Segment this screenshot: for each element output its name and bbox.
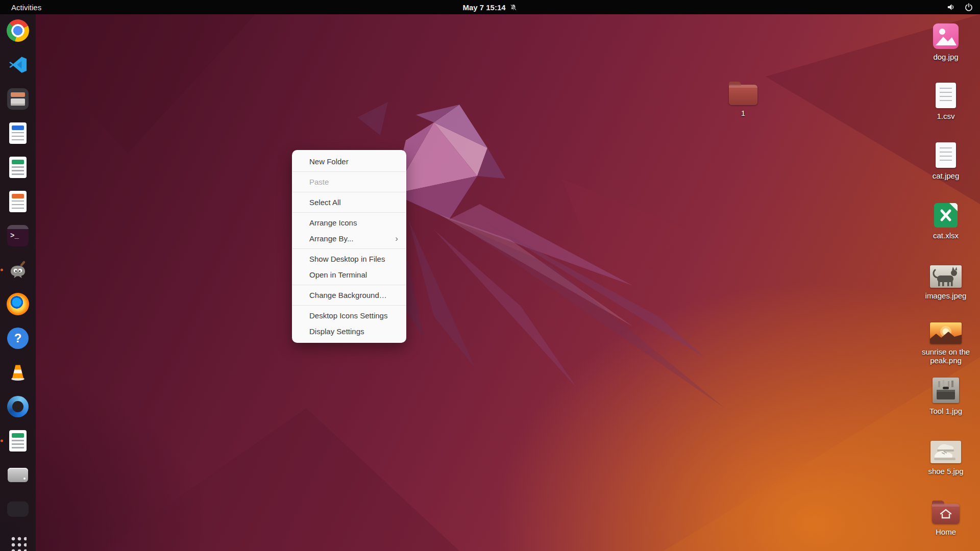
dock-item-writer[interactable]: [5, 120, 31, 146]
desktop-icon-label: dog.jpg: [933, 53, 958, 61]
dock-item-calc-running[interactable]: [5, 428, 31, 454]
app-grid-icon: [9, 535, 27, 551]
menu-item-label: Desktop Icons Settings: [309, 311, 387, 320]
menu-item-label: Paste: [309, 178, 329, 186]
firefox-icon: [7, 293, 29, 315]
hidden-app-icon: [7, 502, 29, 517]
desktop-icon-label: shoe 5.jpg: [928, 467, 963, 475]
updater-swirl-icon: [7, 396, 29, 417]
help-icon: ?: [7, 328, 29, 349]
cat-photo-thumbnail: [930, 265, 962, 288]
dock: >_ ?: [0, 14, 36, 551]
libreoffice-writer-icon: [9, 122, 27, 144]
running-indicator: [1, 440, 3, 442]
menu-item-arrange-by[interactable]: Arrange By...: [292, 231, 406, 246]
desktop-icon-images-jpeg[interactable]: images.jpeg: [914, 259, 978, 300]
files-icon: [7, 88, 29, 110]
spreadsheet-icon: [934, 203, 958, 228]
dock-item-drive[interactable]: [5, 462, 31, 488]
desktop-icon-dog-jpg[interactable]: dog.jpg: [914, 20, 978, 61]
menu-item-select-all[interactable]: Select All: [292, 194, 406, 210]
menu-separator: [292, 248, 406, 249]
dock-item-help[interactable]: ?: [5, 325, 31, 351]
image-file-icon: [933, 23, 959, 49]
menu-item-change-background[interactable]: Change Background…: [292, 287, 406, 303]
desktop-icon-label: cat.jpeg: [933, 171, 960, 180]
desktop-context-menu: New Folder Paste Select All Arrange Icon…: [292, 150, 406, 343]
menu-item-display-settings[interactable]: Display Settings: [292, 323, 406, 339]
running-indicator: [1, 269, 3, 271]
desktop-icon-home[interactable]: Home: [914, 495, 978, 536]
terminal-icon: >_: [7, 225, 29, 246]
dock-item-vlc[interactable]: [5, 360, 31, 385]
menu-item-open-in-terminal[interactable]: Open in Terminal: [292, 267, 406, 283]
volume-icon[interactable]: [947, 3, 955, 11]
desktop-icon-tool-1-jpg[interactable]: Tool 1.jpg: [914, 374, 978, 415]
menu-item-label: New Folder: [309, 157, 349, 166]
desktop-icon-label: images.jpeg: [925, 291, 967, 300]
vlc-icon: [8, 362, 28, 383]
desktop-icon-label: Tool 1.jpg: [929, 407, 962, 415]
dock-item-terminal[interactable]: >_: [5, 223, 31, 248]
sunrise-photo-thumbnail: [930, 322, 962, 344]
vscode-icon: [8, 55, 28, 75]
desktop-icon-label: Home: [936, 528, 956, 536]
document-icon: [936, 83, 956, 108]
libreoffice-calc-icon: [9, 430, 27, 452]
menu-item-label: Select All: [309, 198, 341, 207]
menu-item-paste[interactable]: Paste: [292, 174, 406, 190]
dock-item-software-updater[interactable]: [5, 394, 31, 419]
desktop-icon-label: sunrise on the peak.png: [916, 347, 976, 365]
menu-item-arrange-icons[interactable]: Arrange Icons: [292, 215, 406, 231]
libreoffice-calc-icon: [9, 157, 27, 178]
desktop-icon-1-csv[interactable]: 1.csv: [914, 80, 978, 120]
system-status-area[interactable]: [947, 3, 973, 11]
power-icon[interactable]: [965, 3, 973, 11]
desktop-folder-1[interactable]: 1: [711, 77, 775, 117]
drive-icon: [8, 468, 28, 482]
desktop-icon-cat-xlsx[interactable]: cat.xlsx: [914, 199, 978, 240]
menu-item-label: Change Background…: [309, 291, 387, 299]
dock-item-hidden-app[interactable]: [5, 496, 31, 522]
folder-icon: [729, 85, 757, 105]
house-icon: [939, 508, 952, 519]
dock-item-chrome[interactable]: [5, 18, 31, 43]
menu-item-desktop-icons-settings[interactable]: Desktop Icons Settings: [292, 308, 406, 323]
notifications-disabled-icon: [510, 4, 518, 11]
menu-separator: [292, 212, 406, 213]
dock-item-gimp[interactable]: [5, 257, 31, 283]
dock-item-impress[interactable]: [5, 189, 31, 214]
desktop-icon-label: 1: [741, 109, 745, 117]
desktop-icon-sunrise-png[interactable]: sunrise on the peak.png: [914, 315, 978, 365]
menu-item-label: Open in Terminal: [309, 270, 367, 279]
gimp-icon: [8, 260, 28, 280]
desktop-background[interactable]: [0, 0, 980, 551]
libreoffice-impress-icon: [9, 191, 27, 212]
menu-item-new-folder[interactable]: New Folder: [292, 154, 406, 169]
desktop-icon-cat-jpeg[interactable]: cat.jpeg: [914, 139, 978, 180]
show-applications-button[interactable]: [5, 531, 31, 551]
desktop-icon-label: 1.csv: [937, 112, 954, 120]
clock-button[interactable]: May 7 15:14: [462, 0, 517, 14]
document-icon: [936, 142, 956, 168]
dock-item-files[interactable]: [5, 86, 31, 112]
menu-item-label: Show Desktop in Files: [309, 255, 385, 263]
menu-separator: [292, 171, 406, 172]
top-bar: Activities May 7 15:14: [0, 0, 980, 14]
terminal-prompt-glyph: >_: [10, 232, 19, 240]
desktop-icon-shoe-5-jpg[interactable]: shoe 5.jpg: [914, 435, 978, 475]
dock-item-vscode[interactable]: [5, 52, 31, 78]
dock-item-firefox[interactable]: [5, 291, 31, 317]
tools-photo-thumbnail: [933, 378, 959, 403]
question-mark-glyph: ?: [14, 331, 22, 345]
chrome-icon: [7, 19, 29, 42]
shoes-photo-thumbnail: [930, 441, 961, 463]
menu-item-label: Display Settings: [309, 327, 364, 336]
wallpaper-jellyfish-art: [0, 0, 980, 551]
activities-button[interactable]: Activities: [7, 2, 45, 13]
menu-item-label: Arrange Icons: [309, 218, 357, 227]
menu-item-show-desktop-in-files[interactable]: Show Desktop in Files: [292, 251, 406, 267]
menu-item-label: Arrange By...: [309, 234, 353, 243]
clock-label: May 7 15:14: [462, 3, 505, 12]
dock-item-calc[interactable]: [5, 155, 31, 180]
